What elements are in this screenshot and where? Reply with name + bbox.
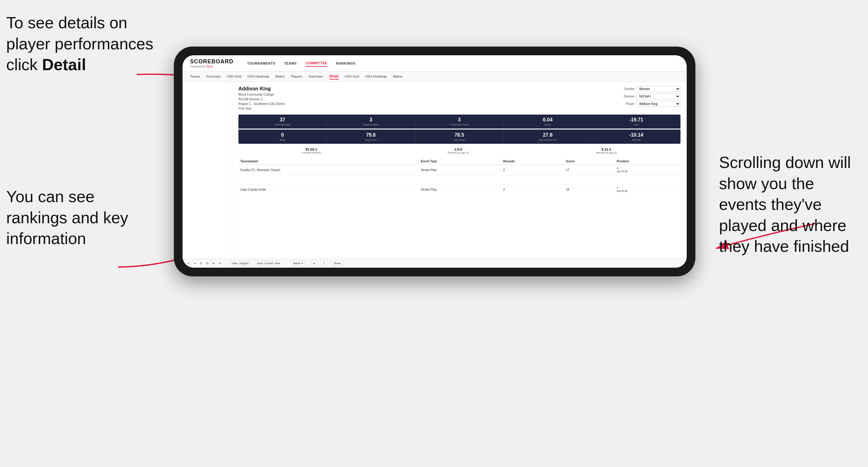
col-event-type: Event Type bbox=[419, 158, 501, 165]
toolbar-refresh[interactable]: ⟳ bbox=[200, 262, 203, 265]
record-top50: 5-11-1 Record vs top 50 bbox=[596, 148, 617, 154]
division-label: Division bbox=[618, 95, 634, 98]
annotation-br-text: Scrolling down will show you the events … bbox=[719, 153, 851, 255]
record-top50-value: 5-11-1 bbox=[596, 148, 617, 151]
tablet: SCOREBOARD Powered by clippd TOURNAMENTS… bbox=[174, 46, 695, 276]
player-ctrl-label: Player bbox=[618, 102, 634, 105]
subnav-teams[interactable]: Teams bbox=[190, 73, 200, 79]
player-control: Player Addison King bbox=[618, 101, 681, 107]
stat-sos: -19.71 SoS bbox=[592, 115, 681, 129]
toolbar-watch[interactable]: Watch ▾ bbox=[290, 261, 305, 266]
player-year: First Year bbox=[239, 106, 285, 111]
subnav-h2h-grid[interactable]: H2H Grid bbox=[227, 73, 241, 79]
annotation-bottom-left: You can see rankings and key information bbox=[6, 186, 130, 249]
col-score: Score bbox=[564, 158, 615, 165]
record-overall: 91-20-1 Overall Record bbox=[302, 148, 321, 154]
stat-avg-sg-value: -10.14 bbox=[594, 132, 679, 138]
stat-regional-rank-value: 3 bbox=[329, 117, 413, 123]
col-position: Position bbox=[615, 158, 681, 165]
subnav-detail[interactable]: Detail bbox=[330, 73, 339, 80]
record-row: 91-20-1 Overall Record 1-5-0 Record vs t… bbox=[239, 148, 681, 154]
cell-tournament-1: Estella CC- Mountain Classic bbox=[239, 165, 419, 175]
stat-wins: 0 Wins bbox=[239, 130, 327, 144]
player-header: Addison King Mesa Community College NJCA… bbox=[239, 86, 681, 111]
top-nav: SCOREBOARD Powered by clippd TOURNAMENTS… bbox=[183, 55, 687, 71]
cell-rounds-1: 2 bbox=[501, 165, 564, 175]
stat-avg-score-par: 27.8 Avg Score to Par bbox=[503, 130, 592, 144]
cell-score-1: 17 bbox=[564, 165, 615, 175]
stat-national-rank: 37 National Rank bbox=[239, 115, 327, 129]
toolbar-share[interactable]: Share bbox=[332, 261, 343, 266]
stat-adj-score: 78.5 Adj Score bbox=[415, 130, 504, 144]
toolbar-clock[interactable]: ⊘ bbox=[219, 262, 221, 265]
record-top25-value: 1-5-0 bbox=[448, 148, 469, 151]
stat-adj-score-value: 78.5 bbox=[417, 132, 502, 138]
stat-points: 6.04 Points bbox=[503, 115, 592, 129]
toolbar-share-screen[interactable]: □ ▾ bbox=[309, 261, 317, 266]
stat-avg-score-label: Avg Score bbox=[329, 138, 413, 141]
nav-tournaments[interactable]: TOURNAMENTS bbox=[247, 60, 275, 66]
toolbar-zoom-in[interactable]: ⊕ bbox=[212, 262, 215, 265]
stat-avg-sg-label: Avg SG bbox=[594, 138, 679, 141]
subnav-matrix2[interactable]: Matrix bbox=[393, 73, 402, 79]
toolbar-zoom-out[interactable]: ⊟ bbox=[206, 262, 209, 265]
player-college: Mesa Community College bbox=[239, 92, 285, 97]
toolbar-save-custom[interactable]: Save Custom View bbox=[254, 261, 282, 266]
annotation-bl-text: You can see rankings and key information bbox=[6, 188, 128, 247]
toolbar-sep: | bbox=[225, 262, 225, 265]
gender-control: Gender Women bbox=[618, 86, 681, 92]
stat-wins-label: Wins bbox=[240, 138, 325, 141]
stat-wins-value: 0 bbox=[240, 132, 325, 138]
logo-powered: Powered by clippd bbox=[190, 65, 234, 68]
nav-teams[interactable]: TEAMS bbox=[284, 60, 297, 66]
toolbar-view-original[interactable]: View: Original bbox=[229, 261, 251, 266]
toolbar-expand[interactable]: ⤢ bbox=[321, 261, 328, 266]
cell-event-type-1: Stroke Play bbox=[419, 165, 501, 175]
player-division: NJCAA Division 1 bbox=[239, 97, 285, 101]
col-tournament: Tournament bbox=[239, 158, 419, 165]
stats-grid-2: 0 Wins 79.6 Avg Score 78.5 Adj Score 27.… bbox=[239, 129, 681, 144]
annotation-tl-bold: Detail bbox=[42, 56, 86, 73]
subnav-summary2[interactable]: Summary bbox=[309, 73, 323, 79]
stat-points-value: 6.04 bbox=[505, 117, 590, 123]
annotation-top-left: To see details on player performances cl… bbox=[6, 12, 161, 75]
toolbar-undo[interactable]: ↩ bbox=[187, 262, 190, 265]
stat-avg-score-value: 79.6 bbox=[329, 132, 413, 138]
logo-area: SCOREBOARD Powered by clippd bbox=[190, 58, 234, 68]
gender-select[interactable]: Women bbox=[637, 86, 681, 92]
subnav-h2h-heatmap2[interactable]: H2H Heatmap bbox=[365, 73, 387, 79]
table-row: Lady Coyote Invite Stroke Play 2 16 7 ou… bbox=[239, 184, 681, 195]
player-info: Addison King Mesa Community College NJCA… bbox=[239, 86, 285, 111]
player-select[interactable]: Addison King bbox=[637, 101, 681, 107]
left-panel bbox=[183, 82, 232, 259]
subnav-players[interactable]: Players bbox=[291, 73, 302, 79]
table-row-spacer bbox=[239, 175, 681, 184]
subnav-matrix[interactable]: Matrix bbox=[275, 73, 285, 79]
stat-conference-rank-value: 3 bbox=[417, 117, 502, 123]
stat-adj-score-label: Adj Score bbox=[417, 138, 502, 141]
cell-tournament-2: Lady Coyote Invite bbox=[239, 184, 419, 195]
division-select[interactable]: NJCAA I bbox=[637, 93, 681, 99]
stats-grid-1: 37 National Rank 3 Regional Rank 3 Confe… bbox=[239, 115, 681, 129]
nav-committee[interactable]: COMMITTEE bbox=[306, 60, 328, 67]
toolbar-sep2: | bbox=[286, 262, 287, 265]
cell-event-type-2: Stroke Play bbox=[419, 184, 501, 195]
toolbar-redo[interactable]: ↪ bbox=[194, 262, 196, 265]
nav-rankings[interactable]: RANKINGS bbox=[336, 60, 355, 66]
tournament-table: Tournament Event Type Rounds Score Posit… bbox=[239, 158, 681, 194]
stat-sos-label: SoS bbox=[594, 123, 679, 126]
subnav-h2h-heatmap[interactable]: H2H Heatmap bbox=[247, 73, 269, 79]
stat-regional-rank: 3 Regional Rank bbox=[327, 115, 415, 129]
stat-avg-score-par-value: 27.8 bbox=[505, 132, 590, 138]
table-header-row: Tournament Event Type Rounds Score Posit… bbox=[239, 158, 681, 165]
record-overall-value: 91-20-1 bbox=[302, 148, 321, 151]
stat-conference-rank-label: Conference Rank bbox=[417, 123, 502, 126]
subnav-summary[interactable]: Summary bbox=[206, 73, 221, 79]
table-row: Estella CC- Mountain Classic Stroke Play… bbox=[239, 165, 681, 175]
player-region: Region 1 - Southwest (18) District bbox=[239, 101, 285, 106]
record-top25: 1-5-0 Record vs top 25 bbox=[448, 148, 469, 154]
player-controls: Gender Women Division NJCAA I bbox=[618, 86, 681, 111]
stat-conference-rank: 3 Conference Rank bbox=[415, 115, 504, 129]
subnav-h2h-grid2[interactable]: H2H Grid bbox=[345, 73, 359, 79]
cell-position-1: 4 out of 20 bbox=[615, 165, 681, 175]
